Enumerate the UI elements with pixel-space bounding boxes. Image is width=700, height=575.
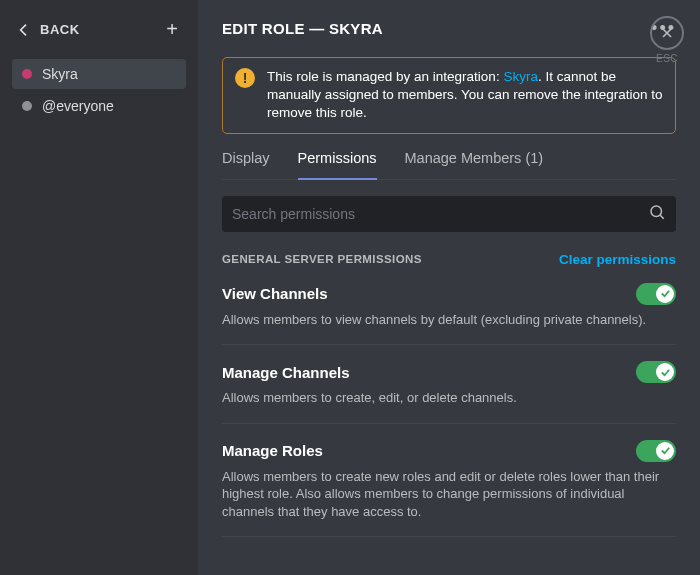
page-title: EDIT ROLE — SKYRA: [222, 20, 383, 37]
sidebar-role-item[interactable]: @everyone: [12, 91, 186, 121]
integration-link[interactable]: Skyra: [503, 69, 538, 84]
role-color-dot: [22, 101, 32, 111]
tab-permissions[interactable]: Permissions: [298, 150, 377, 180]
close-button[interactable]: [650, 16, 684, 50]
roles-sidebar: BACK + Skyra@everyone: [0, 0, 198, 575]
check-icon: [656, 363, 674, 381]
role-label: Skyra: [42, 66, 78, 82]
back-label: BACK: [40, 22, 80, 37]
permission-item: Manage ChannelsAllows members to create,…: [222, 361, 676, 424]
tab-display[interactable]: Display: [222, 150, 270, 179]
permission-toggle[interactable]: [636, 283, 676, 305]
search-input[interactable]: [232, 206, 648, 222]
notice-text: This role is managed by an integration: …: [267, 68, 663, 123]
clear-permissions-link[interactable]: Clear permissions: [559, 252, 676, 267]
permission-toggle[interactable]: [636, 440, 676, 462]
arrow-left-icon: [16, 22, 32, 38]
permission-toggle[interactable]: [636, 361, 676, 383]
svg-line-1: [660, 215, 664, 219]
svg-point-0: [651, 206, 662, 217]
section-heading: GENERAL SERVER PERMISSIONS: [222, 253, 422, 265]
permission-title: Manage Roles: [222, 442, 323, 459]
check-icon: [656, 442, 674, 460]
role-label: @everyone: [42, 98, 114, 114]
permission-description: Allows members to create, edit, or delet…: [222, 389, 676, 407]
check-icon: [656, 285, 674, 303]
add-role-button[interactable]: +: [162, 18, 182, 41]
search-icon: [648, 203, 666, 224]
sidebar-role-item[interactable]: Skyra: [12, 59, 186, 89]
search-permissions-input[interactable]: [222, 196, 676, 232]
tabs: DisplayPermissionsManage Members (1): [222, 150, 676, 180]
permission-item: Manage RolesAllows members to create new…: [222, 440, 676, 538]
permission-description: Allows members to view channels by defau…: [222, 311, 676, 329]
permission-description: Allows members to create new roles and e…: [222, 468, 676, 521]
back-button[interactable]: BACK: [16, 22, 80, 38]
main-panel: EDIT ROLE — SKYRA ••• ! This role is man…: [198, 0, 700, 575]
permission-title: Manage Channels: [222, 364, 350, 381]
role-color-dot: [22, 69, 32, 79]
integration-notice: ! This role is managed by an integration…: [222, 57, 676, 134]
permission-item: View ChannelsAllows members to view chan…: [222, 283, 676, 346]
permission-title: View Channels: [222, 285, 328, 302]
esc-label: ESC: [656, 53, 678, 64]
tab-manage-members-[interactable]: Manage Members (1): [405, 150, 544, 179]
warning-icon: !: [235, 68, 255, 88]
